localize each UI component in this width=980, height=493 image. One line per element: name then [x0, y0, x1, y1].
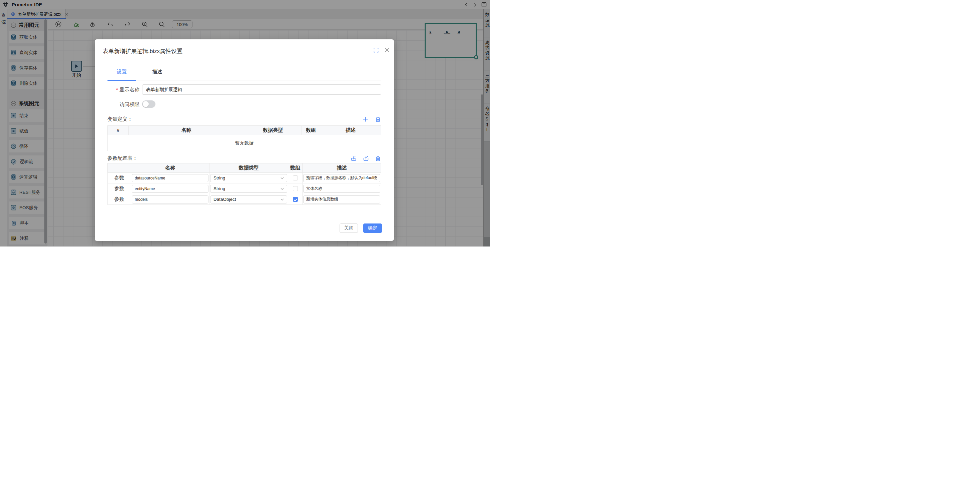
- params-table: 名称 数据类型 数组 描述 参数 String: [107, 163, 381, 205]
- toggle-knob: [143, 101, 149, 107]
- param-name-input[interactable]: [132, 185, 208, 193]
- import-params-icon[interactable]: [351, 156, 356, 161]
- col-array: 数组: [302, 126, 320, 135]
- col-type: 数据类型: [244, 126, 302, 135]
- chevron-down-icon: [280, 177, 284, 180]
- chevron-down-icon: [280, 188, 284, 190]
- array-checkbox[interactable]: [293, 197, 298, 202]
- col-kind: [108, 164, 131, 173]
- chevron-down-icon: [280, 199, 284, 201]
- col-name: 名称: [129, 126, 244, 135]
- array-checkbox[interactable]: [293, 186, 298, 191]
- fullscreen-icon[interactable]: [374, 48, 379, 53]
- param-type-select[interactable]: String: [210, 174, 287, 182]
- param-type-value: DataObject: [213, 197, 236, 202]
- col-desc: 描述: [320, 126, 381, 135]
- param-row-models: 参数 DataObject: [108, 194, 381, 205]
- variables-table: # 名称 数据类型 数组 描述 暂无数据: [107, 126, 381, 151]
- params-label: 参数配置表：: [107, 155, 137, 161]
- empty-placeholder: 暂无数据: [108, 135, 381, 151]
- param-type-value: String: [213, 186, 225, 191]
- param-desc-input[interactable]: [303, 174, 380, 182]
- params-section-header: 参数配置表：: [107, 155, 381, 162]
- col-index: #: [108, 126, 129, 135]
- col-array: 数组: [288, 164, 302, 173]
- tab-description[interactable]: 描述: [143, 69, 172, 75]
- dialog-form: 显示名称 访问权限: [107, 80, 381, 116]
- export-params-icon[interactable]: [363, 156, 369, 161]
- param-row-entityName: 参数 String: [108, 183, 381, 194]
- properties-dialog: 表单新增扩展逻辑.bizx属性设置 设置 描述 显示名称 访问权限 变量定义：: [95, 39, 394, 241]
- variables-label: 变量定义：: [107, 116, 132, 122]
- param-name-input[interactable]: [132, 174, 208, 182]
- access-toggle[interactable]: [142, 100, 156, 108]
- ok-button[interactable]: 确定: [363, 223, 382, 233]
- param-type-value: String: [213, 175, 225, 180]
- dialog-tabs: 设置 描述: [107, 61, 381, 80]
- array-checkbox[interactable]: [293, 175, 298, 180]
- display-name-label: 显示名称: [107, 87, 139, 93]
- col-name: 名称: [131, 164, 210, 173]
- tab-settings[interactable]: 设置: [107, 69, 136, 75]
- close-button[interactable]: 关闭: [340, 223, 358, 233]
- param-desc-input[interactable]: [303, 196, 380, 204]
- display-name-label-text: 显示名称: [119, 87, 139, 92]
- close-icon[interactable]: [384, 48, 390, 53]
- delete-params-icon[interactable]: [375, 156, 380, 161]
- param-type-select[interactable]: DataObject: [210, 196, 287, 204]
- param-desc-input[interactable]: [303, 185, 380, 193]
- col-type: 数据类型: [210, 164, 288, 173]
- add-variable-icon[interactable]: [363, 116, 368, 122]
- variables-section-header: 变量定义：: [107, 116, 381, 123]
- display-name-input[interactable]: [142, 84, 381, 95]
- param-name-input[interactable]: [132, 196, 208, 204]
- access-label-text: 访问权限: [119, 102, 139, 107]
- delete-variable-icon[interactable]: [375, 116, 380, 122]
- dialog-title: 表单新增扩展逻辑.bizx属性设置: [103, 48, 386, 55]
- param-type-select[interactable]: String: [210, 185, 287, 193]
- param-row-datasourceName: 参数 String: [108, 173, 381, 183]
- access-label: 访问权限: [107, 102, 139, 108]
- col-desc: 描述: [302, 164, 381, 173]
